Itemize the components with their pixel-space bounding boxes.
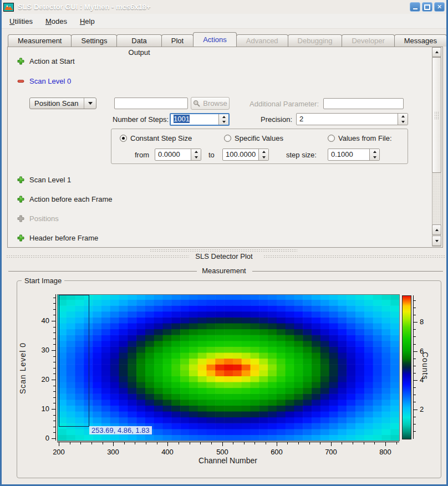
number-of-steps-value: 1001 (174, 115, 190, 123)
step-size-label: step size: (286, 151, 317, 159)
tick-mark (414, 387, 416, 388)
from-spinbox[interactable]: 0.0000 (155, 149, 201, 161)
tick-mark (414, 336, 416, 337)
tick-mark (414, 424, 416, 424)
cursor-position-annotation: 253.69, 4.86, 1.83 (89, 426, 152, 434)
to-spin-down-button[interactable] (259, 155, 268, 160)
x-axis-title: Channel Number (145, 456, 311, 465)
tick-mark (414, 329, 416, 330)
browse-button: Browse (191, 97, 230, 110)
close-button[interactable]: ✕ (434, 2, 445, 12)
splitter-handle[interactable] (150, 249, 297, 252)
spin-down-icon (222, 121, 226, 123)
action-at-start-row[interactable]: Action at Start (17, 57, 75, 65)
precision-spinbox[interactable]: 2 (296, 113, 408, 125)
specific-values-label: Specific Values (235, 134, 283, 142)
tick-mark (53, 362, 55, 362)
tick-mark (91, 442, 92, 444)
menu-utilities[interactable]: Utilities (4, 16, 38, 27)
precision-spin-down-button[interactable] (398, 119, 408, 125)
additional-parameter-input[interactable] (323, 98, 404, 109)
scan-script-input[interactable] (114, 98, 188, 109)
tick-mark (53, 344, 55, 345)
precision-spin-up-button[interactable] (398, 114, 408, 119)
constant-step-size-label: Constant Step Size (130, 134, 192, 142)
app-icon (3, 3, 14, 12)
from-spin-up-button[interactable] (191, 149, 201, 155)
from-value: 0.0000 (158, 150, 190, 158)
arrow-up-icon (435, 229, 439, 231)
tab-actions[interactable]: Actions (193, 32, 237, 47)
tick-mark (53, 427, 55, 427)
tick-label: 200 (45, 448, 73, 456)
plus-green-icon (17, 234, 24, 242)
tick-mark (211, 442, 212, 444)
tick-mark (414, 395, 416, 395)
tick-mark (385, 442, 386, 446)
to-value: 100.0000 (226, 150, 259, 158)
tick-mark (53, 327, 55, 328)
scan-level-0-row[interactable]: Scan Level 0 (17, 77, 71, 85)
plot-dock-title: SLS Detector Plot (2, 252, 446, 260)
menu-modes[interactable]: Modes (40, 16, 72, 27)
step-spin-up-button[interactable] (370, 149, 379, 155)
tick-mark (53, 315, 55, 315)
maximize-button[interactable] (422, 2, 432, 12)
tick-label: 500 (208, 448, 236, 456)
tab-messages[interactable]: Messages (394, 34, 447, 47)
tick-mark (414, 431, 416, 432)
positions-label: Positions (29, 214, 59, 223)
scrollbar-thumb[interactable] (432, 57, 441, 173)
tick-mark (157, 442, 157, 444)
header-before-frame-row[interactable]: Header before Frame (17, 234, 98, 242)
tick-mark (222, 442, 223, 446)
to-spinbox[interactable]: 100.0000 (222, 149, 269, 161)
from-spin-down-button[interactable] (191, 155, 201, 160)
tick-mark (414, 300, 416, 301)
title-bar[interactable]: SLS Detector GUI : Mythen - mcs6x18+ ✕ (0, 0, 448, 14)
radio-constant-step-size[interactable]: Constant Step Size (120, 134, 192, 142)
scan-mode-select[interactable]: Position Scan (29, 98, 96, 109)
scrollbar-down-button[interactable] (432, 236, 441, 246)
precision-label: Precision: (261, 115, 292, 124)
steps-spin-down-button[interactable] (219, 120, 228, 125)
number-of-steps-spinbox[interactable]: 1001 (170, 113, 230, 126)
number-of-steps-label: Number of Steps: (113, 115, 169, 124)
tick-mark (55, 294, 56, 441)
window-title: SLS Detector GUI : Mythen - mcs6x18+ (18, 3, 408, 11)
to-spin-up-button[interactable] (259, 149, 268, 155)
step-size-value: 0.1000 (331, 150, 369, 158)
tick-label: 8 (420, 318, 433, 326)
tick-mark (52, 409, 55, 410)
values-from-file-label: Values from File: (338, 134, 392, 142)
tick-mark (167, 442, 168, 446)
maximize-icon (424, 4, 430, 10)
tick-label: 20 (33, 375, 49, 383)
menu-help[interactable]: Help (75, 16, 100, 27)
tab-data-output[interactable]: Data Output (116, 34, 161, 47)
tick-mark (52, 350, 55, 351)
scrollbar-up-button[interactable] (432, 47, 441, 57)
tick-mark (414, 344, 416, 345)
heatmap-plot-canvas[interactable] (57, 294, 400, 441)
minimize-button[interactable] (410, 2, 420, 12)
scan-level-1-label: Scan Level 1 (29, 176, 71, 184)
action-before-each-frame-row[interactable]: Action before each Frame (17, 195, 113, 203)
scrollbar-up-button-2[interactable] (432, 224, 441, 235)
step-spin-down-button[interactable] (370, 155, 379, 160)
measurement-title: Measurement (2, 267, 446, 275)
radio-values-from-file[interactable]: Values from File: (328, 134, 392, 142)
radio-specific-values[interactable]: Specific Values (224, 134, 283, 142)
tick-mark (53, 421, 55, 421)
tab-plot[interactable]: Plot (161, 34, 194, 47)
tick-label: 30 (33, 346, 49, 354)
steps-spin-up-button[interactable] (219, 114, 228, 120)
scan-level-1-row[interactable]: Scan Level 1 (17, 176, 71, 184)
tab-settings[interactable]: Settings (71, 34, 117, 47)
tab-measurement[interactable]: Measurement (8, 34, 72, 47)
step-size-spinbox[interactable]: 0.1000 (328, 149, 380, 161)
tick-mark (413, 295, 414, 439)
magnifier-icon (193, 100, 200, 107)
tick-mark (414, 417, 416, 417)
tab-debugging: Debugging (288, 34, 343, 47)
